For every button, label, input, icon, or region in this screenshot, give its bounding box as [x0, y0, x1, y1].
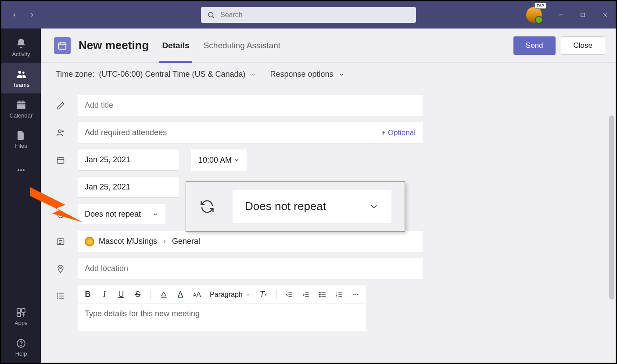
location-input[interactable]: [78, 258, 423, 279]
svg-point-65: [355, 294, 356, 295]
nav-back-button[interactable]: [6, 6, 23, 24]
close-button[interactable]: Close: [561, 36, 605, 55]
svg-line-1: [212, 16, 214, 18]
sidebar-item-activity[interactable]: Activity: [1, 32, 41, 63]
indent-button[interactable]: [302, 291, 310, 299]
window-maximize-button[interactable]: [572, 4, 594, 26]
description-editor: B I U S A AA Paragraph: [78, 285, 366, 332]
svg-point-13: [18, 169, 19, 171]
svg-rect-18: [17, 313, 21, 317]
paragraph-dropdown[interactable]: Paragraph: [210, 291, 251, 299]
window-close-button[interactable]: [594, 4, 616, 26]
date-icon: [56, 156, 65, 164]
sidebar-item-teams[interactable]: Teams: [1, 63, 41, 93]
svg-point-42: [57, 293, 58, 294]
clear-formatting-button[interactable]: Tx: [259, 290, 267, 299]
outdent-button[interactable]: [285, 291, 293, 299]
search-box[interactable]: [201, 7, 416, 23]
sidebar-item-help[interactable]: Help: [1, 332, 41, 363]
sidebar-item-label: Activity: [12, 51, 30, 57]
window-minimize-button[interactable]: [550, 4, 572, 26]
nav-forward-button[interactable]: [23, 6, 41, 24]
recurrence-callout-dropdown[interactable]: Does not repeat: [233, 190, 391, 223]
repeat-icon: [199, 199, 215, 214]
timezone-dropdown[interactable]: Time zone: (UTC-06:00) Central Time (US …: [56, 70, 257, 79]
editor-toolbar: B I U S A AA Paragraph: [78, 285, 366, 304]
chevron-down-icon: [250, 71, 257, 78]
svg-point-6: [18, 71, 22, 74]
sidebar-item-calendar[interactable]: Calendar: [1, 93, 41, 124]
numbered-list-button[interactable]: 123: [335, 291, 343, 299]
help-icon: [16, 338, 26, 349]
sidebar-item-label: Files: [15, 143, 27, 149]
highlight-button[interactable]: [160, 291, 168, 299]
attendees-placeholder: Add required attendees: [85, 128, 167, 137]
search-input[interactable]: [220, 11, 410, 19]
channel-name: General: [172, 237, 200, 246]
sidebar-item-label: Help: [15, 350, 27, 357]
location-input-field[interactable]: [85, 264, 416, 273]
response-options-dropdown[interactable]: Response options: [270, 70, 344, 79]
start-date-picker[interactable]: Jan 25, 2021: [78, 150, 179, 171]
svg-point-56: [319, 294, 320, 295]
svg-point-66: [357, 294, 359, 295]
apps-icon: [16, 307, 26, 318]
italic-button[interactable]: I: [100, 290, 108, 299]
start-time-value: 10:00 AM: [198, 156, 232, 165]
subheader: Time zone: (UTC-06:00) Central Time (US …: [41, 63, 616, 86]
team-avatar-icon: [85, 237, 94, 246]
optional-attendees-button[interactable]: + Optional: [381, 128, 416, 137]
page-header: New meeting Details Scheduling Assistant…: [41, 29, 616, 63]
recurrence-dropdown[interactable]: Does not repeat: [78, 204, 165, 225]
calendar-badge-icon: [54, 37, 71, 54]
channel-picker[interactable]: Mascot MUsings General: [78, 231, 423, 252]
font-size-button[interactable]: AA: [193, 291, 201, 299]
tab-scheduling-assistant[interactable]: Scheduling Assistant: [201, 29, 283, 63]
end-date-picker[interactable]: Jan 25, 2021: [78, 177, 179, 198]
sidebar-item-label: Calendar: [10, 112, 33, 119]
svg-point-55: [319, 292, 320, 293]
avatar[interactable]: TAP: [526, 7, 542, 23]
svg-point-7: [22, 71, 25, 74]
titlebar: TAP: [1, 1, 616, 29]
sidebar-item-more[interactable]: [1, 155, 41, 186]
channel-icon: [56, 237, 65, 246]
svg-point-14: [20, 169, 22, 171]
svg-rect-3: [581, 13, 585, 17]
start-time-picker[interactable]: 10:00 AM: [191, 150, 247, 171]
title-input-field[interactable]: [85, 101, 416, 110]
chevron-down-icon: [233, 157, 240, 163]
svg-point-22: [21, 345, 22, 346]
annotation-arrow-icon: [26, 183, 87, 227]
svg-rect-17: [22, 309, 25, 312]
description-textarea[interactable]: Type details for this new meeting: [78, 304, 366, 332]
page-title: New meeting: [79, 39, 149, 52]
title-input[interactable]: [78, 95, 423, 116]
svg-rect-16: [17, 309, 21, 312]
underline-button[interactable]: U: [117, 290, 125, 299]
sidebar-item-apps[interactable]: Apps: [1, 301, 41, 332]
sidebar-item-label: Teams: [13, 82, 29, 88]
chevron-right-icon: [161, 239, 168, 245]
svg-point-57: [319, 296, 320, 297]
attendees-input[interactable]: Add required attendees + Optional: [78, 122, 423, 143]
send-button[interactable]: Send: [513, 36, 556, 55]
bold-button[interactable]: B: [84, 290, 92, 299]
font-color-button[interactable]: A: [176, 290, 184, 299]
svg-point-38: [60, 267, 61, 268]
svg-point-44: [57, 298, 58, 299]
tab-details[interactable]: Details: [159, 29, 192, 63]
svg-rect-23: [59, 43, 66, 49]
sidebar-item-files[interactable]: Files: [1, 124, 41, 155]
more-formatting-button[interactable]: [352, 291, 360, 299]
svg-point-0: [208, 12, 213, 17]
recurrence-callout-value: Does not repeat: [245, 200, 326, 213]
sidebar-item-label: Apps: [14, 320, 28, 326]
strikethrough-button[interactable]: S: [134, 290, 142, 299]
svg-point-15: [23, 169, 25, 171]
bell-icon: [15, 38, 27, 49]
bullet-list-button[interactable]: [319, 291, 326, 299]
svg-point-27: [58, 130, 61, 132]
recurrence-callout: Does not repeat: [186, 181, 405, 232]
response-options-label: Response options: [270, 70, 333, 79]
